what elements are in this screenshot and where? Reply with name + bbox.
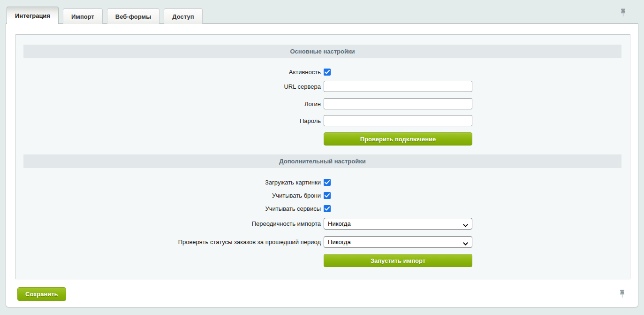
tab-bar: Интеграция Импорт Веб-формы Доступ: [0, 0, 644, 23]
settings-panel: Основные настройки Активность URL сервер…: [6, 23, 638, 307]
chevron-down-icon: [463, 222, 468, 229]
checkmark-icon: [325, 193, 330, 198]
activity-checkbox[interactable]: [324, 69, 331, 76]
tab-label: Доступ: [172, 13, 194, 20]
form-row: Загружать картинки: [16, 179, 630, 186]
tab-integration[interactable]: Интеграция: [7, 7, 59, 24]
checkmark-icon: [325, 207, 330, 211]
field-label: Учитывать брони: [16, 192, 321, 199]
select-value: Никогда: [328, 238, 351, 246]
checkmark-icon: [325, 70, 330, 74]
form-row: Запустить импорт: [16, 254, 630, 267]
chevron-down-icon: [463, 240, 468, 247]
field-label: Учитывать сервисы: [16, 205, 321, 212]
run-import-button[interactable]: Запустить импорт: [324, 254, 472, 267]
password-input[interactable]: [324, 115, 472, 126]
section-title: Основные настройки: [290, 48, 355, 55]
field-label: Проверять статусы заказов за прошедший п…: [16, 238, 321, 246]
integration-form: Основные настройки Активность URL сервер…: [15, 34, 630, 279]
field-label: URL сервера: [16, 83, 321, 90]
save-button[interactable]: Сохранить: [17, 287, 66, 301]
tab-label: Веб-формы: [115, 13, 151, 20]
tab-label: Импорт: [71, 13, 94, 20]
login-input[interactable]: [324, 98, 472, 109]
pin-icon: [619, 290, 626, 298]
load-images-checkbox[interactable]: [324, 179, 331, 186]
form-row: Учитывать брони: [16, 192, 630, 199]
section-header-additional-settings: Дополнительный настройки: [23, 154, 621, 168]
tab-access[interactable]: Доступ: [164, 8, 202, 24]
field-label: Логин: [16, 100, 321, 108]
tab-web-forms[interactable]: Веб-формы: [107, 8, 159, 24]
section-title: Дополнительный настройки: [279, 158, 365, 165]
form-row: Пароль: [16, 115, 630, 126]
field-label: Активность: [16, 69, 321, 76]
check-connection-button[interactable]: Проверить подключение: [324, 132, 472, 146]
tab-import[interactable]: Импорт: [63, 8, 103, 24]
consider-bookings-checkbox[interactable]: [324, 192, 331, 199]
checkmark-icon: [325, 180, 330, 184]
form-row: Учитывать сервисы: [16, 205, 630, 212]
form-row: Проверить подключение: [16, 132, 630, 146]
section-header-main-settings: Основные настройки: [23, 45, 621, 58]
tab-label: Интеграция: [15, 12, 50, 19]
consider-services-checkbox[interactable]: [324, 205, 331, 212]
form-row: Переодичность импорта Никогда: [16, 218, 630, 230]
server-url-input[interactable]: [324, 81, 472, 92]
field-label: Загружать картинки: [16, 179, 321, 186]
check-order-statuses-select[interactable]: Никогда: [324, 236, 472, 248]
field-label: Пароль: [16, 117, 321, 124]
field-label: Переодичность импорта: [16, 220, 321, 227]
import-frequency-select[interactable]: Никогда: [324, 218, 472, 230]
form-row: Логин: [16, 98, 630, 109]
pin-icon-bottom[interactable]: [619, 290, 626, 298]
form-row: Проверять статусы заказов за прошедший п…: [16, 236, 630, 248]
select-value: Никогда: [328, 220, 351, 227]
form-row: URL сервера: [16, 81, 630, 92]
form-row: Активность: [16, 69, 630, 76]
